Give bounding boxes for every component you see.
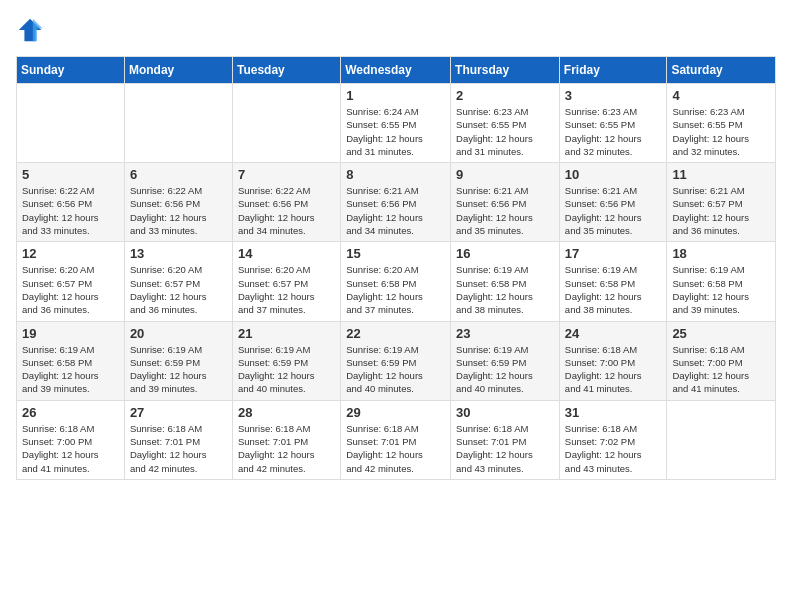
calendar-day-cell (124, 84, 232, 163)
day-info: Sunrise: 6:24 AM Sunset: 6:55 PM Dayligh… (346, 105, 445, 158)
day-number: 2 (456, 88, 554, 103)
calendar-day-cell: 4Sunrise: 6:23 AM Sunset: 6:55 PM Daylig… (667, 84, 776, 163)
day-number: 18 (672, 246, 770, 261)
calendar-day-cell: 31Sunrise: 6:18 AM Sunset: 7:02 PM Dayli… (559, 400, 667, 479)
calendar-day-cell: 22Sunrise: 6:19 AM Sunset: 6:59 PM Dayli… (341, 321, 451, 400)
day-number: 5 (22, 167, 119, 182)
calendar-day-cell: 15Sunrise: 6:20 AM Sunset: 6:58 PM Dayli… (341, 242, 451, 321)
calendar-day-cell: 8Sunrise: 6:21 AM Sunset: 6:56 PM Daylig… (341, 163, 451, 242)
calendar-day-cell: 25Sunrise: 6:18 AM Sunset: 7:00 PM Dayli… (667, 321, 776, 400)
day-info: Sunrise: 6:21 AM Sunset: 6:56 PM Dayligh… (456, 184, 554, 237)
day-number: 31 (565, 405, 662, 420)
calendar-day-cell: 19Sunrise: 6:19 AM Sunset: 6:58 PM Dayli… (17, 321, 125, 400)
calendar-day-header: Tuesday (232, 57, 340, 84)
calendar-day-cell: 11Sunrise: 6:21 AM Sunset: 6:57 PM Dayli… (667, 163, 776, 242)
calendar-day-cell: 24Sunrise: 6:18 AM Sunset: 7:00 PM Dayli… (559, 321, 667, 400)
day-number: 29 (346, 405, 445, 420)
day-info: Sunrise: 6:22 AM Sunset: 6:56 PM Dayligh… (238, 184, 335, 237)
calendar-day-cell: 26Sunrise: 6:18 AM Sunset: 7:00 PM Dayli… (17, 400, 125, 479)
day-info: Sunrise: 6:21 AM Sunset: 6:56 PM Dayligh… (346, 184, 445, 237)
day-number: 20 (130, 326, 227, 341)
page-header (16, 16, 776, 44)
calendar-day-header: Friday (559, 57, 667, 84)
day-number: 30 (456, 405, 554, 420)
calendar-day-cell: 27Sunrise: 6:18 AM Sunset: 7:01 PM Dayli… (124, 400, 232, 479)
day-number: 11 (672, 167, 770, 182)
calendar-day-cell: 28Sunrise: 6:18 AM Sunset: 7:01 PM Dayli… (232, 400, 340, 479)
day-number: 6 (130, 167, 227, 182)
calendar-day-cell: 12Sunrise: 6:20 AM Sunset: 6:57 PM Dayli… (17, 242, 125, 321)
calendar-day-header: Thursday (451, 57, 560, 84)
day-info: Sunrise: 6:23 AM Sunset: 6:55 PM Dayligh… (456, 105, 554, 158)
day-info: Sunrise: 6:20 AM Sunset: 6:58 PM Dayligh… (346, 263, 445, 316)
calendar-day-cell: 30Sunrise: 6:18 AM Sunset: 7:01 PM Dayli… (451, 400, 560, 479)
day-info: Sunrise: 6:22 AM Sunset: 6:56 PM Dayligh… (22, 184, 119, 237)
calendar-day-cell: 1Sunrise: 6:24 AM Sunset: 6:55 PM Daylig… (341, 84, 451, 163)
day-number: 17 (565, 246, 662, 261)
calendar-day-cell (17, 84, 125, 163)
day-number: 21 (238, 326, 335, 341)
calendar-day-header: Wednesday (341, 57, 451, 84)
day-number: 22 (346, 326, 445, 341)
day-number: 7 (238, 167, 335, 182)
day-number: 9 (456, 167, 554, 182)
day-info: Sunrise: 6:21 AM Sunset: 6:57 PM Dayligh… (672, 184, 770, 237)
day-number: 28 (238, 405, 335, 420)
calendar-day-cell: 29Sunrise: 6:18 AM Sunset: 7:01 PM Dayli… (341, 400, 451, 479)
day-number: 4 (672, 88, 770, 103)
day-info: Sunrise: 6:19 AM Sunset: 6:58 PM Dayligh… (456, 263, 554, 316)
calendar-day-cell: 10Sunrise: 6:21 AM Sunset: 6:56 PM Dayli… (559, 163, 667, 242)
logo-icon (16, 16, 44, 44)
calendar-day-header: Monday (124, 57, 232, 84)
calendar-week-row: 5Sunrise: 6:22 AM Sunset: 6:56 PM Daylig… (17, 163, 776, 242)
day-info: Sunrise: 6:19 AM Sunset: 6:58 PM Dayligh… (22, 343, 119, 396)
logo (16, 16, 48, 44)
day-number: 1 (346, 88, 445, 103)
day-info: Sunrise: 6:23 AM Sunset: 6:55 PM Dayligh… (672, 105, 770, 158)
calendar-day-header: Saturday (667, 57, 776, 84)
calendar-day-cell (667, 400, 776, 479)
day-info: Sunrise: 6:18 AM Sunset: 7:02 PM Dayligh… (565, 422, 662, 475)
day-info: Sunrise: 6:19 AM Sunset: 6:59 PM Dayligh… (238, 343, 335, 396)
calendar-day-cell: 16Sunrise: 6:19 AM Sunset: 6:58 PM Dayli… (451, 242, 560, 321)
day-info: Sunrise: 6:18 AM Sunset: 7:01 PM Dayligh… (238, 422, 335, 475)
calendar-day-cell: 7Sunrise: 6:22 AM Sunset: 6:56 PM Daylig… (232, 163, 340, 242)
day-number: 27 (130, 405, 227, 420)
calendar-week-row: 26Sunrise: 6:18 AM Sunset: 7:00 PM Dayli… (17, 400, 776, 479)
day-info: Sunrise: 6:19 AM Sunset: 6:59 PM Dayligh… (346, 343, 445, 396)
calendar-day-cell (232, 84, 340, 163)
day-info: Sunrise: 6:18 AM Sunset: 7:01 PM Dayligh… (456, 422, 554, 475)
day-info: Sunrise: 6:21 AM Sunset: 6:56 PM Dayligh… (565, 184, 662, 237)
day-info: Sunrise: 6:23 AM Sunset: 6:55 PM Dayligh… (565, 105, 662, 158)
day-number: 25 (672, 326, 770, 341)
calendar-day-cell: 9Sunrise: 6:21 AM Sunset: 6:56 PM Daylig… (451, 163, 560, 242)
calendar-week-row: 19Sunrise: 6:19 AM Sunset: 6:58 PM Dayli… (17, 321, 776, 400)
calendar-header-row: SundayMondayTuesdayWednesdayThursdayFrid… (17, 57, 776, 84)
calendar-day-cell: 14Sunrise: 6:20 AM Sunset: 6:57 PM Dayli… (232, 242, 340, 321)
day-info: Sunrise: 6:20 AM Sunset: 6:57 PM Dayligh… (238, 263, 335, 316)
calendar-day-cell: 17Sunrise: 6:19 AM Sunset: 6:58 PM Dayli… (559, 242, 667, 321)
day-number: 23 (456, 326, 554, 341)
day-info: Sunrise: 6:18 AM Sunset: 7:01 PM Dayligh… (130, 422, 227, 475)
day-number: 24 (565, 326, 662, 341)
day-number: 13 (130, 246, 227, 261)
svg-marker-0 (19, 19, 41, 41)
day-info: Sunrise: 6:19 AM Sunset: 6:58 PM Dayligh… (672, 263, 770, 316)
day-info: Sunrise: 6:18 AM Sunset: 7:00 PM Dayligh… (672, 343, 770, 396)
day-info: Sunrise: 6:19 AM Sunset: 6:59 PM Dayligh… (130, 343, 227, 396)
day-number: 12 (22, 246, 119, 261)
calendar-day-cell: 20Sunrise: 6:19 AM Sunset: 6:59 PM Dayli… (124, 321, 232, 400)
calendar-week-row: 1Sunrise: 6:24 AM Sunset: 6:55 PM Daylig… (17, 84, 776, 163)
day-number: 16 (456, 246, 554, 261)
day-number: 8 (346, 167, 445, 182)
day-number: 26 (22, 405, 119, 420)
calendar-day-cell: 18Sunrise: 6:19 AM Sunset: 6:58 PM Dayli… (667, 242, 776, 321)
calendar-table: SundayMondayTuesdayWednesdayThursdayFrid… (16, 56, 776, 480)
day-number: 10 (565, 167, 662, 182)
calendar-day-cell: 23Sunrise: 6:19 AM Sunset: 6:59 PM Dayli… (451, 321, 560, 400)
calendar-day-cell: 21Sunrise: 6:19 AM Sunset: 6:59 PM Dayli… (232, 321, 340, 400)
calendar-day-cell: 5Sunrise: 6:22 AM Sunset: 6:56 PM Daylig… (17, 163, 125, 242)
day-number: 14 (238, 246, 335, 261)
calendar-day-cell: 13Sunrise: 6:20 AM Sunset: 6:57 PM Dayli… (124, 242, 232, 321)
day-number: 3 (565, 88, 662, 103)
